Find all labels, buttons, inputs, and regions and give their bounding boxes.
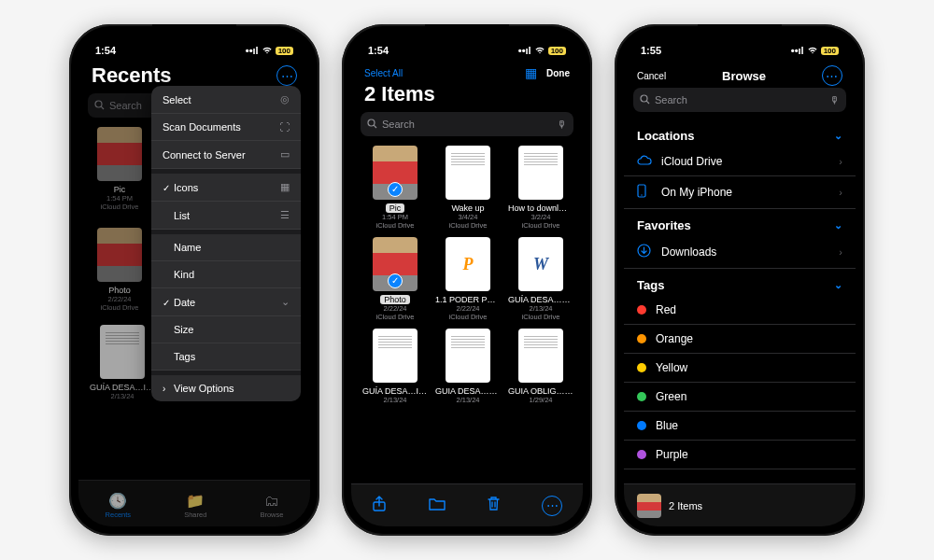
page-title: Recents xyxy=(92,63,172,88)
file-thumbnail xyxy=(373,329,417,383)
chevron-down-icon: ⌄ xyxy=(834,130,842,142)
tag-row[interactable]: Green xyxy=(624,383,856,412)
select-all-button[interactable]: Select All xyxy=(364,68,403,78)
file-thumbnail: ✓ xyxy=(373,237,417,291)
file-meta: iCloud Drive xyxy=(522,221,560,230)
selected-check-icon: ✓ xyxy=(388,273,403,288)
phone-recents-menu: 1:54 ••ıl 100 Recents ⋯ Search Pic xyxy=(69,24,319,536)
move-button[interactable] xyxy=(428,497,446,515)
menu-item-date[interactable]: ✓Date ⌄ xyxy=(151,288,301,316)
tag-name: Yellow xyxy=(656,361,687,374)
file-item[interactable]: ✓ Photo 2/22/24 iCloud Drive xyxy=(361,235,430,323)
svg-point-2 xyxy=(368,119,375,126)
file-name: Wake up xyxy=(451,203,484,213)
favorite-name: Downloads xyxy=(661,245,716,259)
menu-item-select[interactable]: Select ◎ xyxy=(151,86,301,114)
file-item[interactable]: Wake up 3/4/24 iCloud Drive xyxy=(433,144,502,231)
location-row[interactable]: On My iPhone › xyxy=(624,176,856,209)
search-input[interactable]: Search 🎙 xyxy=(361,112,573,136)
file-meta: 2/13/24 xyxy=(529,304,552,313)
section-favorites[interactable]: Favorites ⌄ xyxy=(624,209,856,236)
file-name: GUÍA DESA…TARIO xyxy=(508,295,573,304)
menu-item-view-options[interactable]: ›View Options xyxy=(151,375,301,401)
tag-color-dot xyxy=(637,450,646,459)
file-item[interactable]: GUIA DESA…ANTIL 2/13/24 xyxy=(433,327,502,406)
file-item[interactable]: W GUÍA DESA…TARIO 2/13/24 iCloud Drive xyxy=(506,235,575,323)
signal-icon: ••ıl xyxy=(791,45,804,56)
notch xyxy=(425,24,509,43)
mic-icon[interactable]: 🎙 xyxy=(557,119,567,130)
mic-icon[interactable]: 🎙 xyxy=(829,94,840,105)
tag-row[interactable]: Blue xyxy=(624,412,856,441)
menu-item-kind[interactable]: Kind xyxy=(151,261,301,288)
selection-thumbnail[interactable] xyxy=(637,494,661,518)
more-button[interactable]: ⋯ xyxy=(542,496,562,516)
chevron-right-icon: › xyxy=(163,384,174,394)
menu-item-scan[interactable]: Scan Documents ⛶ xyxy=(151,114,301,141)
file-meta: 2/22/24 xyxy=(456,304,479,313)
menu-item-size[interactable]: Size xyxy=(151,316,301,343)
file-meta: 1:54 PM xyxy=(382,213,408,221)
iphone-icon xyxy=(637,184,652,201)
file-meta: 3/4/24 xyxy=(459,213,478,221)
file-thumbnail xyxy=(518,329,563,383)
file-item[interactable]: P 1.1 PODER PUBLI…TE. 2 2/22/24 iCloud D… xyxy=(433,235,502,323)
file-item[interactable]: GUÍA DESA…IADO 2/13/24 xyxy=(361,327,430,406)
done-button[interactable]: Done xyxy=(546,68,570,78)
section-locations[interactable]: Locations ⌄ xyxy=(624,119,856,147)
menu-item-name[interactable]: Name xyxy=(151,234,301,261)
tag-color-dot xyxy=(637,305,646,315)
signal-icon: ••ıl xyxy=(246,45,259,56)
svg-point-8 xyxy=(641,194,642,195)
file-name: GUÍA DESA…IADO xyxy=(362,386,428,396)
tag-row[interactable]: Orange xyxy=(624,325,856,354)
wifi-icon xyxy=(262,45,273,56)
chevron-right-icon: › xyxy=(839,156,842,167)
tag-row[interactable]: Red xyxy=(624,296,856,325)
file-item[interactable]: How to downl…unity 3/2/24 iCloud Drive xyxy=(506,144,575,231)
status-time: 1:54 xyxy=(368,45,389,56)
file-meta: iCloud Drive xyxy=(376,313,415,321)
more-menu-button[interactable]: ⋯ xyxy=(276,65,297,86)
file-thumbnail xyxy=(446,329,490,383)
tag-row[interactable]: Purple xyxy=(624,441,856,469)
tag-row[interactable]: Yellow xyxy=(624,354,856,383)
favorite-row[interactable]: Downloads › xyxy=(624,236,856,269)
status-time: 1:54 xyxy=(95,45,116,56)
file-name: 1.1 PODER PUBLI…TE. 2 xyxy=(435,295,501,304)
file-meta: iCloud Drive xyxy=(449,313,488,321)
share-button[interactable] xyxy=(372,496,387,516)
tag-name: Orange xyxy=(656,332,693,345)
search-placeholder: Search xyxy=(382,119,415,130)
file-meta: 1/29/24 xyxy=(529,396,552,404)
location-row[interactable]: iCloud Drive › xyxy=(624,147,856,176)
delete-button[interactable] xyxy=(487,496,501,515)
cloud-icon xyxy=(637,154,652,168)
section-tags[interactable]: Tags ⌄ xyxy=(624,269,856,296)
search-input[interactable]: Search 🎙 xyxy=(633,88,846,112)
file-item[interactable]: ✓ Pic 1:54 PM iCloud Drive xyxy=(361,144,430,231)
server-icon: ▭ xyxy=(280,148,290,161)
tag-name: Red xyxy=(656,303,676,316)
chevron-right-icon: › xyxy=(839,246,842,258)
svg-line-3 xyxy=(374,125,376,128)
menu-item-icons[interactable]: ✓Icons ▦ xyxy=(151,174,301,202)
menu-item-list[interactable]: List ☰ xyxy=(151,202,301,230)
check-icon: ✓ xyxy=(163,298,174,308)
more-menu-button[interactable]: ⋯ xyxy=(822,65,842,86)
menu-item-connect[interactable]: Connect to Server ▭ xyxy=(151,141,301,169)
file-item[interactable]: GUIA OBLIG…LADA 1/29/24 xyxy=(506,327,575,406)
cancel-button[interactable]: Cancel xyxy=(637,71,666,81)
battery-indicator: 100 xyxy=(821,47,839,55)
file-meta: 2/13/24 xyxy=(383,396,406,404)
tag-color-dot xyxy=(637,334,646,343)
grid-icon: ▦ xyxy=(280,181,290,193)
file-meta: 2/13/24 xyxy=(456,396,479,404)
phone-browse: 1:55 ••ıl 100 Cancel Browse ⋯ Search 🎙 L… xyxy=(615,24,865,536)
menu-item-tags[interactable]: Tags xyxy=(151,343,301,371)
view-mode-button[interactable]: ▦ xyxy=(525,65,537,80)
notch xyxy=(152,24,236,43)
file-meta: 3/2/24 xyxy=(531,213,551,221)
file-thumbnail xyxy=(518,146,563,200)
battery-indicator: 100 xyxy=(276,47,293,55)
